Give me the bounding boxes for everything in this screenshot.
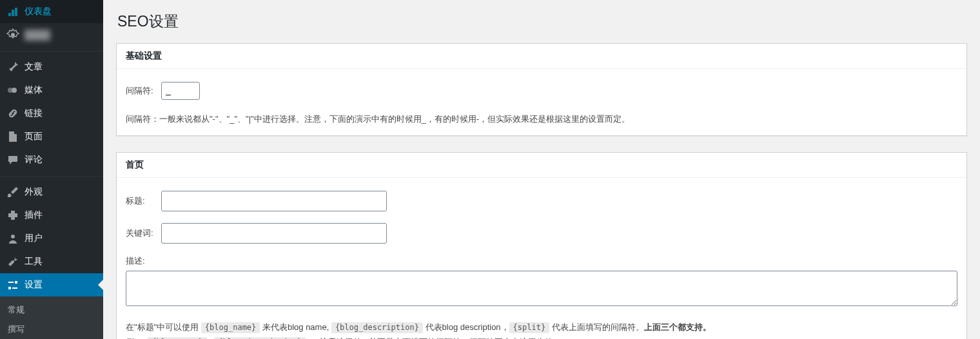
- link-icon: [6, 107, 19, 120]
- sidebar-item-plugins[interactable]: 插件: [0, 204, 103, 227]
- sidebar-item-settings[interactable]: 设置: [0, 273, 103, 296]
- home-description-textarea[interactable]: [126, 271, 957, 306]
- sidebar-item-pages[interactable]: 页面: [0, 125, 103, 148]
- main-content: SEO设置 基础设置 间隔符: 间隔符：一般来说都从"-"、"_"、"|"中进行…: [103, 0, 980, 339]
- sidebar-item-label: 工具: [24, 256, 43, 267]
- user-icon: [6, 232, 19, 245]
- sidebar-separator: [0, 48, 103, 52]
- submenu-item-writing[interactable]: 撰写: [0, 320, 103, 339]
- home-keywords-input[interactable]: [161, 223, 387, 244]
- brush-icon: [6, 186, 19, 199]
- submenu-item-general[interactable]: 常规: [0, 300, 103, 320]
- separator-label: 间隔符:: [126, 85, 161, 97]
- home-help: 在"标题"中可以使用 {blog_name} 来代表blog name, {bl…: [126, 320, 957, 339]
- panel-header: 基础设置: [117, 44, 966, 69]
- code-tag: {blog_description}: [331, 322, 423, 333]
- sidebar-item-label: 用户: [24, 233, 43, 244]
- settings-icon: [6, 278, 19, 291]
- sidebar-item-media[interactable]: 媒体: [0, 79, 103, 102]
- sidebar-item-label: 设置: [24, 279, 43, 291]
- gear-icon: [6, 28, 19, 41]
- keywords-label: 关键词:: [126, 228, 161, 239]
- svg-point-2: [12, 88, 17, 93]
- sidebar-item-comments[interactable]: 评论: [0, 148, 103, 171]
- media-icon: [6, 84, 19, 97]
- tools-icon: [6, 255, 19, 268]
- page-icon: [6, 130, 19, 143]
- sidebar-item-label: 评论: [24, 154, 43, 166]
- sidebar-item-label: 文章: [24, 61, 43, 73]
- code-tag: {split}: [509, 322, 550, 333]
- sidebar-item-posts[interactable]: 文章: [0, 55, 103, 79]
- sidebar-item-users[interactable]: 用户: [0, 227, 103, 250]
- comment-icon: [6, 153, 19, 166]
- sidebar-item-label: 页面: [24, 131, 43, 142]
- svg-point-3: [11, 235, 15, 238]
- sidebar-item-label: 插件: [24, 209, 43, 221]
- description-label: 描述:: [126, 255, 957, 267]
- admin-sidebar: 仪表盘 ████ 文章 媒体 链接 页面 评论 外观 插件 用户 工具: [0, 0, 103, 339]
- sidebar-separator: [0, 173, 103, 177]
- home-title-input[interactable]: [161, 191, 387, 211]
- separator-help: 间隔符：一般来说都从"-"、"_"、"|"中进行选择。注意，下面的演示中有的时候…: [126, 111, 957, 126]
- panel-basic-settings: 基础设置 间隔符: 间隔符：一般来说都从"-"、"_"、"|"中进行选择。注意，…: [116, 43, 967, 136]
- sidebar-item-tools[interactable]: 工具: [0, 250, 103, 273]
- sidebar-item-site[interactable]: ████: [0, 23, 103, 46]
- title-label: 标题:: [126, 195, 161, 207]
- sidebar-item-label: 链接: [24, 108, 43, 119]
- sidebar-item-label: 外观: [24, 186, 43, 198]
- pin-icon: [6, 61, 19, 73]
- panel-home-settings: 首页 标题: 关键词: 描述: 在"标题"中可以使用 {blog_name} 来…: [116, 152, 967, 339]
- sidebar-item-links[interactable]: 链接: [0, 102, 103, 125]
- sidebar-item-label: 媒体: [24, 84, 43, 96]
- separator-input[interactable]: [161, 82, 200, 100]
- sidebar-item-label: ████: [24, 30, 50, 40]
- sidebar-item-dashboard[interactable]: 仪表盘: [0, 0, 103, 23]
- sidebar-item-label: 仪表盘: [24, 6, 52, 17]
- code-tag: {blog_name}: [201, 322, 260, 333]
- plugin-icon: [6, 209, 19, 222]
- page-title: SEO设置: [117, 12, 967, 32]
- dashboard-icon: [6, 5, 19, 18]
- sidebar-item-appearance[interactable]: 外观: [0, 180, 103, 204]
- settings-submenu: 常规 撰写 阅读: [0, 296, 103, 339]
- panel-header: 首页: [117, 153, 966, 178]
